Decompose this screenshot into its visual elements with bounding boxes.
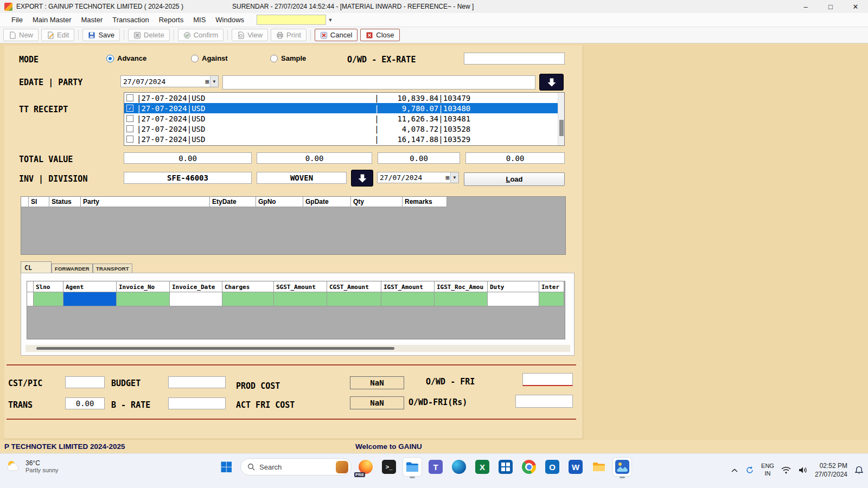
total-value-input-1[interactable]: 0.00	[124, 152, 252, 164]
search-box[interactable]: Search	[240, 458, 352, 476]
menu-item-master[interactable]: Master	[76, 13, 107, 27]
checkbox-checked-icon[interactable]: ✓	[126, 105, 133, 112]
close-window-button[interactable]: ✕	[843, 0, 868, 13]
weather-widget[interactable]: 36°C Partly sunny	[5, 459, 59, 473]
b-rate-input[interactable]	[168, 397, 226, 409]
budget-input[interactable]	[168, 376, 226, 388]
edit-button[interactable]: Edit	[41, 29, 74, 41]
grid2-cell-charges[interactable]	[222, 292, 274, 306]
language-indicator[interactable]: ENG IN	[761, 463, 774, 478]
print-button[interactable]: Print	[271, 29, 307, 41]
file-explorer-icon[interactable]	[403, 458, 422, 476]
scrollbar-thumb[interactable]	[559, 120, 564, 136]
menu-item-windows[interactable]: Windows	[210, 13, 249, 27]
grid2-cell-invoice-date[interactable]	[170, 292, 222, 306]
tab-forwarder[interactable]: FORWARDER	[52, 264, 93, 273]
scrollbar-thumb[interactable]	[36, 347, 394, 350]
cst-pic-input[interactable]	[65, 376, 105, 388]
grid2-cell-invoice-no[interactable]	[117, 292, 170, 306]
firefox-icon[interactable]: PRE	[356, 458, 375, 476]
total-value-input-4[interactable]: 0.00	[465, 152, 565, 164]
menu-item-file[interactable]: File	[7, 13, 28, 27]
excel-icon[interactable]: X	[473, 458, 492, 476]
edate-dropdown-arrow[interactable]: ▼	[210, 76, 218, 87]
checkbox-unchecked-icon[interactable]	[126, 125, 133, 132]
volume-icon[interactable]	[798, 466, 808, 474]
teams-icon[interactable]: T	[426, 458, 445, 476]
close-button[interactable]: Close	[360, 29, 399, 41]
notification-bell-icon[interactable]	[854, 466, 864, 475]
tt-receipt-list[interactable]: |27-07-2024|USD | 10,839.84|103479✓|27-0…	[124, 92, 565, 146]
load-date-input[interactable]: 27/07/2024 ▦ ▼	[377, 172, 459, 183]
load-date-dropdown-arrow[interactable]: ▼	[450, 172, 458, 183]
edate-input[interactable]: 27/07/2024 ▦ ▼	[120, 75, 219, 87]
outlook-icon[interactable]: O	[543, 458, 561, 476]
division-input[interactable]: WOVEN	[257, 172, 347, 184]
grid2-cell-slno[interactable]	[34, 292, 63, 306]
grid2-cell-sgst-amount[interactable]	[274, 292, 327, 306]
photos-icon[interactable]	[613, 458, 631, 476]
calendar-icon[interactable]: ▦	[204, 79, 210, 85]
mode-radio-advance[interactable]: Advance	[106, 54, 146, 62]
cancel-button[interactable]: Cancel	[315, 29, 358, 41]
grid2-cell-igst-roc-amou[interactable]	[435, 292, 488, 306]
owd-fri-rs-input[interactable]	[515, 395, 573, 408]
tt-receipt-row[interactable]: |27-07-2024|USD | 10,839.84|103479	[124, 93, 564, 103]
folder-icon[interactable]	[590, 458, 608, 476]
menu-item-reports[interactable]: Reports	[154, 13, 189, 27]
load-button[interactable]: Load	[464, 172, 565, 186]
search-highlight-icon[interactable]	[336, 461, 348, 473]
total-value-input-3[interactable]: 0.00	[378, 152, 460, 164]
view-button[interactable]: View	[232, 29, 268, 41]
sync-icon[interactable]	[745, 466, 754, 474]
exrate-input[interactable]	[464, 53, 565, 65]
trans-input[interactable]: 0.00	[65, 397, 105, 409]
grid2-cell-agent[interactable]	[63, 292, 117, 306]
start-button[interactable]	[217, 458, 235, 476]
mode-radio-against[interactable]: Against	[191, 54, 228, 62]
grid2-cell-cgst-amount[interactable]	[327, 292, 381, 306]
minimize-button[interactable]: –	[793, 0, 818, 13]
inward-grid[interactable]: SlStatusPartyEtyDateGpNoGpDateQtyRemarks	[21, 196, 566, 255]
grid2-cell-igst-amount[interactable]	[381, 292, 435, 306]
owd-fri-input[interactable]	[522, 373, 573, 386]
grid-app-icon[interactable]	[496, 458, 515, 476]
checkbox-unchecked-icon[interactable]	[126, 94, 133, 101]
clock[interactable]: 02:52 PM 27/07/2024	[815, 461, 847, 479]
maximize-button[interactable]: □	[818, 0, 843, 13]
tt-receipt-row[interactable]: ✓|27-07-2024|USD | 9,780.07|103480	[124, 103, 564, 113]
calendar-icon[interactable]: ▦	[444, 175, 450, 181]
delete-button[interactable]: Delete	[128, 29, 170, 41]
menu-item-transaction[interactable]: Transaction	[107, 13, 154, 27]
tab-transport[interactable]: TRANSPORT	[93, 264, 132, 273]
total-value-input-2[interactable]: 0.00	[257, 152, 372, 164]
checkbox-unchecked-icon[interactable]	[126, 115, 133, 122]
charges-grid-row[interactable]	[27, 292, 565, 306]
new-button[interactable]: New	[3, 29, 39, 41]
menu-item-mis[interactable]: MIS	[188, 13, 210, 27]
grid2-cell-selector[interactable]	[27, 292, 34, 306]
checkbox-unchecked-icon[interactable]	[126, 136, 133, 143]
quick-search-input[interactable]	[257, 15, 326, 25]
wifi-icon[interactable]	[781, 466, 791, 474]
tt-receipt-row[interactable]: |27-07-2024|USD | 11,626.34|103481	[124, 113, 564, 124]
save-button[interactable]: Save	[82, 29, 120, 41]
inv-lookup-button[interactable]	[351, 170, 373, 187]
edge-icon[interactable]	[450, 458, 468, 476]
quick-dropdown-arrow[interactable]: ▼	[326, 15, 335, 25]
party-lookup-button[interactable]	[539, 74, 564, 91]
grid2-cell-inter[interactable]	[539, 292, 564, 306]
charges-grid-hscrollbar[interactable]	[25, 345, 570, 352]
charges-grid[interactable]: SlnoAgentInvoice_NoInvoice_DateChargesSG…	[27, 281, 565, 339]
tt-list-scrollbar[interactable]	[558, 93, 564, 145]
terminal-icon[interactable]: >_	[380, 458, 398, 476]
menu-item-main-master[interactable]: Main Master	[28, 13, 76, 27]
inv-input[interactable]: SFE-46003	[124, 172, 252, 184]
party-input[interactable]	[222, 75, 535, 89]
tt-receipt-row[interactable]: |27-07-2024|USD | 4,078.72|103528	[124, 124, 564, 134]
chrome-icon[interactable]	[520, 458, 538, 476]
grid2-cell-duty[interactable]	[488, 292, 539, 306]
confirm-button[interactable]: Confirm	[178, 29, 224, 41]
mode-radio-sample[interactable]: Sample	[270, 54, 306, 62]
tab-cl[interactable]: CL	[21, 261, 52, 273]
